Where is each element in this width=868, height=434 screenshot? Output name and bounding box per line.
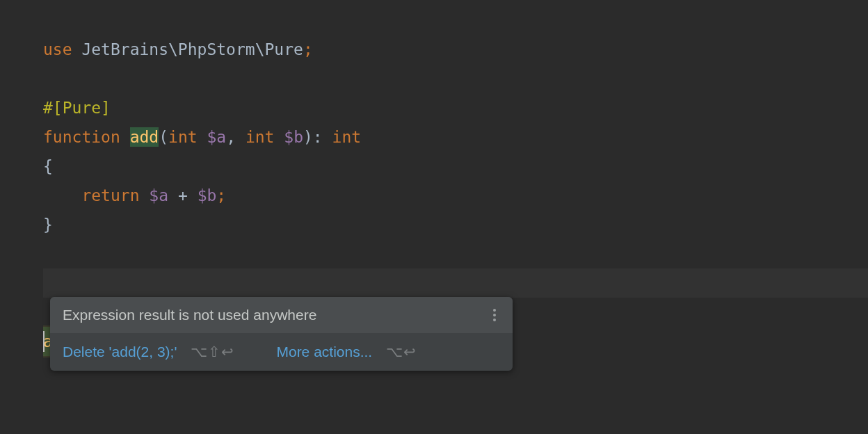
code-line[interactable]: }: [43, 210, 868, 239]
code-line-empty[interactable]: [43, 239, 868, 268]
type-int: int: [246, 128, 275, 146]
semicolon: ;: [216, 186, 226, 204]
brace-open: {: [43, 157, 53, 175]
more-actions-link[interactable]: More actions...: [276, 344, 372, 360]
namespace: JetBrains\PhpStorm\Pure: [72, 40, 303, 58]
paren-open: (: [159, 128, 168, 146]
code-line-empty[interactable]: [43, 64, 868, 93]
variable-b: $b: [198, 186, 217, 204]
operator-plus: +: [178, 186, 188, 204]
type-int: int: [168, 128, 198, 146]
text-caret: [43, 331, 45, 352]
variable-a: $a: [207, 128, 226, 146]
return-type: int: [332, 128, 362, 146]
comma: ,: [226, 128, 236, 146]
delete-action-link[interactable]: Delete 'add(2, 3);': [63, 344, 177, 360]
code-line[interactable]: function add(int $a, int $b): int: [43, 122, 868, 152]
tooltip-header: Expression result is not used anywhere: [50, 297, 513, 333]
code-editor[interactable]: use JetBrains\PhpStorm\Pure; #[Pure] fun…: [0, 0, 868, 298]
code-line[interactable]: {: [43, 152, 868, 181]
attribute: #[Pure]: [43, 99, 111, 117]
keyword-function: function: [43, 128, 120, 146]
brace-close: }: [43, 216, 53, 234]
tooltip-actions: Delete 'add(2, 3);' ⌥⇧↩ More actions... …: [50, 333, 513, 371]
code-line-current[interactable]: add( a:2, b:3) ;: [43, 268, 868, 298]
keyword-use: use: [43, 40, 72, 58]
semicolon: ;: [303, 40, 313, 58]
code-line[interactable]: #[Pure]: [43, 93, 868, 122]
variable-a: $a: [149, 186, 168, 204]
more-vertical-icon[interactable]: [489, 309, 500, 321]
shortcut-hint: ⌥↩: [386, 344, 417, 360]
variable-b: $b: [284, 128, 303, 146]
tooltip-message: Expression result is not used anywhere: [63, 307, 316, 323]
inspection-tooltip: Expression result is not used anywhere D…: [50, 297, 513, 371]
function-name: add: [130, 127, 159, 147]
code-line[interactable]: return $a + $b;: [43, 181, 868, 210]
keyword-return: return: [81, 186, 139, 204]
code-line[interactable]: use JetBrains\PhpStorm\Pure;: [43, 35, 868, 64]
shortcut-hint: ⌥⇧↩: [191, 344, 234, 360]
colon: :: [313, 128, 323, 146]
paren-close: ): [303, 128, 313, 146]
